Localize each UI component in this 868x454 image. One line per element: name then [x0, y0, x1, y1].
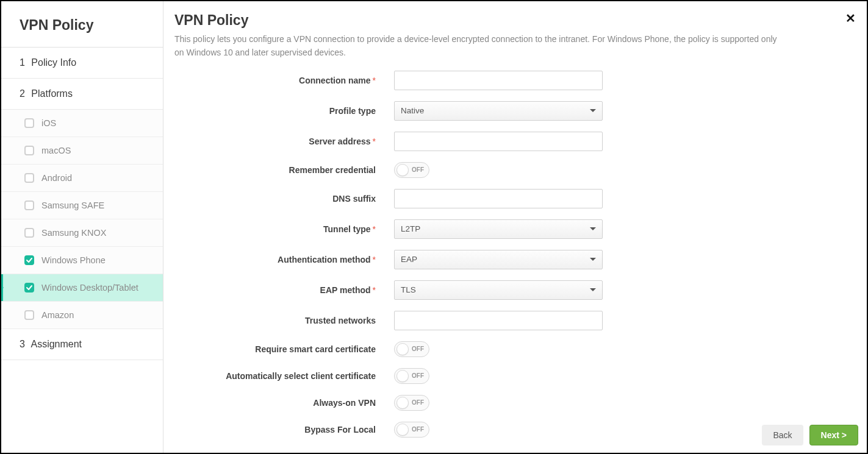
step-label: Platforms	[31, 88, 73, 99]
auth-method-label: Authentication method*	[163, 255, 394, 264]
toggle-state: OFF	[412, 426, 425, 433]
close-icon[interactable]: ✕	[845, 12, 856, 24]
trusted-networks-input[interactable]	[394, 311, 603, 330]
remember-credential-toggle[interactable]: OFF	[394, 162, 429, 178]
platform-label: Samsung KNOX	[41, 228, 106, 238]
profile-type-select[interactable]: Native	[394, 101, 603, 121]
connection-name-input[interactable]	[394, 71, 603, 90]
step-number: 1	[20, 57, 25, 68]
step-label: Assignment	[30, 339, 82, 349]
platform-label: Samsung SAFE	[41, 200, 104, 210]
checkbox-icon[interactable]	[24, 200, 34, 210]
toggle-knob	[396, 397, 409, 409]
sidebar: VPN Policy 1 Policy Info 2 Platforms iOS…	[1, 1, 163, 453]
select-value: EAP	[401, 255, 417, 264]
server-address-input[interactable]	[394, 132, 603, 151]
platform-label: macOS	[41, 146, 71, 155]
back-button[interactable]: Back	[762, 425, 803, 445]
sidebar-item-platform[interactable]: Samsung SAFE	[1, 192, 163, 219]
server-address-label: Server address*	[163, 137, 394, 146]
always-on-label: Always-on VPN	[163, 398, 394, 408]
eap-method-select[interactable]: TLS	[394, 280, 603, 300]
next-button[interactable]: Next >	[809, 425, 858, 445]
select-value: L2TP	[401, 224, 420, 233]
sidebar-step-assignment[interactable]: 3 Assignment	[1, 329, 163, 360]
require-smart-card-label: Require smart card certificate	[163, 344, 394, 354]
toggle-knob	[396, 164, 409, 176]
sidebar-item-platform[interactable]: Samsung KNOX	[1, 219, 163, 247]
checkbox-icon[interactable]	[24, 146, 34, 155]
step-number: 3	[20, 339, 25, 349]
select-value: Native	[401, 106, 424, 115]
sidebar-title: VPN Policy	[1, 1, 163, 48]
form-area: Connection name* Profile type Native	[163, 65, 867, 453]
eap-method-label: EAP method*	[163, 285, 394, 295]
main-panel: ✕ VPN Policy This policy lets you config…	[163, 1, 867, 453]
toggle-knob	[396, 370, 409, 382]
require-smart-card-toggle[interactable]: OFF	[394, 341, 429, 357]
checkbox-icon[interactable]	[24, 118, 34, 128]
toggle-state: OFF	[412, 346, 425, 352]
checkbox-icon[interactable]	[24, 283, 34, 293]
dns-suffix-input[interactable]	[394, 189, 603, 208]
platform-label: Amazon	[41, 310, 74, 320]
sidebar-item-platform[interactable]: Android	[1, 165, 163, 192]
sidebar-item-platform[interactable]: Amazon	[1, 302, 163, 329]
connection-name-label: Connection name*	[163, 76, 394, 85]
caret-down-icon	[590, 288, 596, 291]
sidebar-item-platform[interactable]: Windows Phone	[1, 247, 163, 274]
bypass-local-label: Bypass For Local	[163, 425, 394, 434]
checkbox-icon[interactable]	[24, 173, 34, 183]
checkbox-icon[interactable]	[24, 310, 34, 320]
platform-label: Android	[41, 173, 72, 183]
auto-select-cert-toggle[interactable]: OFF	[394, 368, 429, 384]
tunnel-type-label: Tunnel type*	[163, 224, 394, 234]
platforms-list: iOSmacOSAndroidSamsung SAFESamsung KNOXW…	[1, 110, 163, 329]
toggle-knob	[396, 343, 409, 355]
checkbox-icon[interactable]	[24, 255, 34, 265]
auto-select-cert-label: Automatically select client certificate	[163, 371, 394, 381]
tunnel-type-select[interactable]: L2TP	[394, 219, 603, 239]
page-title: VPN Policy	[174, 12, 842, 29]
footer-buttons: Back Next >	[762, 425, 858, 445]
auth-method-select[interactable]: EAP	[394, 250, 603, 269]
step-label: Policy Info	[31, 57, 76, 68]
caret-down-icon	[590, 109, 596, 112]
dns-suffix-label: DNS suffix	[163, 194, 394, 204]
profile-type-label: Profile type	[163, 106, 394, 116]
always-on-toggle[interactable]: OFF	[394, 395, 429, 411]
sidebar-item-platform[interactable]: iOS	[1, 110, 163, 137]
caret-down-icon	[590, 258, 596, 261]
toggle-state: OFF	[412, 399, 425, 406]
checkbox-icon[interactable]	[24, 228, 34, 238]
platform-label: Windows Phone	[41, 255, 106, 265]
select-value: TLS	[401, 285, 416, 294]
platform-label: Windows Desktop/Tablet	[41, 283, 138, 293]
platform-label: iOS	[41, 118, 56, 128]
caret-down-icon	[590, 227, 596, 230]
sidebar-item-platform[interactable]: macOS	[1, 137, 163, 165]
sidebar-item-platform[interactable]: Windows Desktop/Tablet	[1, 274, 163, 302]
bypass-local-toggle[interactable]: OFF	[394, 422, 429, 438]
page-description: This policy lets you configure a VPN con…	[174, 32, 784, 60]
trusted-networks-label: Trusted networks	[163, 316, 394, 325]
remember-credential-label: Remember credential	[163, 165, 394, 175]
toggle-state: OFF	[412, 372, 425, 379]
step-number: 2	[20, 88, 25, 99]
toggle-state: OFF	[412, 166, 425, 173]
toggle-knob	[396, 424, 409, 436]
sidebar-step-policy-info[interactable]: 1 Policy Info	[1, 48, 163, 79]
sidebar-step-platforms[interactable]: 2 Platforms	[1, 79, 163, 110]
